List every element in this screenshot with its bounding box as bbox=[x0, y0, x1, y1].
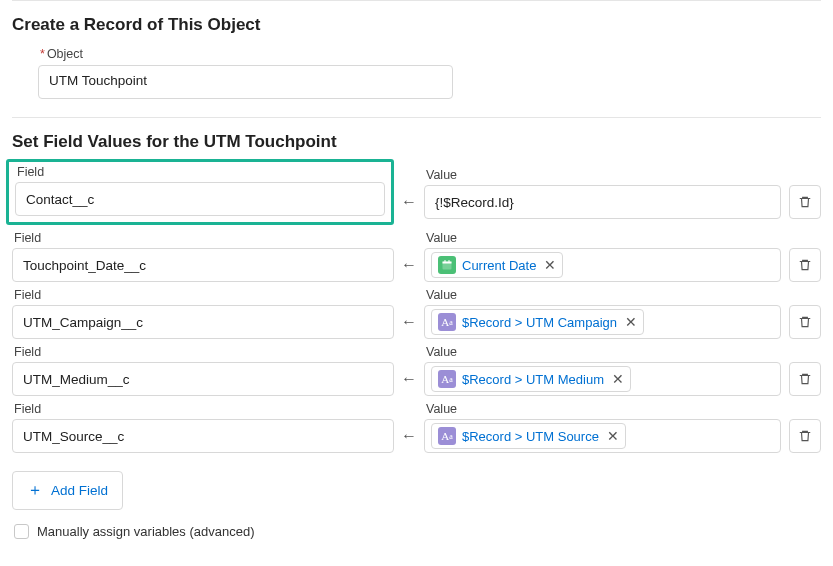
manual-assign-checkbox[interactable] bbox=[14, 524, 29, 539]
text-type-icon: Aa bbox=[438, 313, 456, 331]
field-label: Field bbox=[14, 288, 394, 302]
value-pill[interactable]: Aa $Record > UTM Campaign ✕ bbox=[431, 309, 644, 335]
value-label: Value bbox=[426, 345, 781, 359]
field-input[interactable]: UTM_Medium__c bbox=[12, 362, 394, 396]
value-pill[interactable]: Aa $Record > UTM Source ✕ bbox=[431, 423, 626, 449]
remove-pill-icon[interactable]: ✕ bbox=[544, 257, 556, 273]
value-input[interactable]: {!$Record.Id} bbox=[424, 185, 781, 219]
trash-icon bbox=[798, 258, 812, 272]
object-label: *Object bbox=[40, 47, 821, 61]
arrow-left-icon: ← bbox=[401, 313, 417, 330]
remove-pill-icon[interactable]: ✕ bbox=[625, 314, 637, 330]
field-label: Field bbox=[17, 165, 385, 179]
trash-icon bbox=[798, 195, 812, 209]
value-input[interactable]: Current Date ✕ bbox=[424, 248, 781, 282]
required-star: * bbox=[40, 47, 45, 61]
value-input[interactable]: Aa $Record > UTM Medium ✕ bbox=[424, 362, 781, 396]
field-input[interactable]: UTM_Campaign__c bbox=[12, 305, 394, 339]
value-label: Value bbox=[426, 168, 781, 182]
field-input[interactable]: Contact__c bbox=[15, 182, 385, 216]
plus-icon: ＋ bbox=[27, 480, 43, 501]
highlighted-field-box: Field Contact__c bbox=[6, 159, 394, 225]
trash-icon bbox=[798, 372, 812, 386]
svg-rect-2 bbox=[445, 260, 446, 262]
value-label: Value bbox=[426, 402, 781, 416]
arrow-left-icon: ← bbox=[401, 193, 417, 210]
value-label: Value bbox=[426, 231, 781, 245]
object-input[interactable]: UTM Touchpoint bbox=[38, 65, 453, 99]
value-pill[interactable]: Current Date ✕ bbox=[431, 252, 563, 278]
field-label: Field bbox=[14, 402, 394, 416]
arrow-left-icon: ← bbox=[401, 256, 417, 273]
manual-assign-label: Manually assign variables (advanced) bbox=[37, 524, 255, 539]
section-title-setvalues: Set Field Values for the UTM Touchpoint bbox=[12, 122, 821, 162]
value-input[interactable]: Aa $Record > UTM Campaign ✕ bbox=[424, 305, 781, 339]
add-field-button[interactable]: ＋ Add Field bbox=[12, 471, 123, 510]
calendar-icon bbox=[438, 256, 456, 274]
trash-icon bbox=[798, 315, 812, 329]
value-label: Value bbox=[426, 288, 781, 302]
field-label: Field bbox=[14, 345, 394, 359]
section-title-create: Create a Record of This Object bbox=[12, 5, 821, 45]
delete-row-button[interactable] bbox=[789, 362, 821, 396]
value-pill[interactable]: Aa $Record > UTM Medium ✕ bbox=[431, 366, 631, 392]
text-type-icon: Aa bbox=[438, 427, 456, 445]
delete-row-button[interactable] bbox=[789, 305, 821, 339]
field-label: Field bbox=[14, 231, 394, 245]
arrow-left-icon: ← bbox=[401, 427, 417, 444]
delete-row-button[interactable] bbox=[789, 419, 821, 453]
arrow-left-icon: ← bbox=[401, 370, 417, 387]
trash-icon bbox=[798, 429, 812, 443]
remove-pill-icon[interactable]: ✕ bbox=[607, 428, 619, 444]
delete-row-button[interactable] bbox=[789, 185, 821, 219]
remove-pill-icon[interactable]: ✕ bbox=[612, 371, 624, 387]
svg-rect-3 bbox=[449, 260, 450, 262]
field-input[interactable]: UTM_Source__c bbox=[12, 419, 394, 453]
text-type-icon: Aa bbox=[438, 370, 456, 388]
value-input[interactable]: Aa $Record > UTM Source ✕ bbox=[424, 419, 781, 453]
svg-rect-1 bbox=[443, 262, 452, 264]
field-input[interactable]: Touchpoint_Date__c bbox=[12, 248, 394, 282]
delete-row-button[interactable] bbox=[789, 248, 821, 282]
